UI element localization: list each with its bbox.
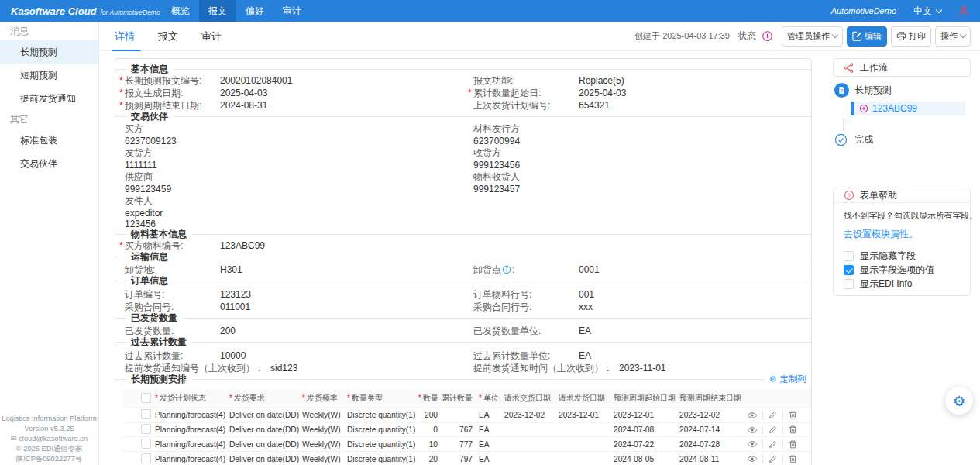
cell: 2024-07-14 bbox=[676, 425, 742, 434]
delete-icon[interactable] bbox=[788, 425, 798, 435]
checkbox[interactable] bbox=[141, 424, 151, 434]
cell: EA bbox=[476, 455, 501, 463]
cell: Discrete quantity(1) bbox=[344, 411, 418, 419]
form-help-hint: 找不到字段？勾选以显示所有字段。 bbox=[844, 210, 960, 222]
help-option-label: 显示EDI Info bbox=[860, 277, 912, 291]
sidebar-item[interactable]: 长期预测 bbox=[0, 40, 98, 64]
field-value: 2025-04-03 bbox=[220, 87, 473, 99]
sidebar-footer-line: 陕ICP备09022277号 bbox=[0, 454, 98, 464]
chevron-down-icon bbox=[936, 6, 942, 12]
section-line bbox=[192, 379, 765, 380]
required-asterisk: * bbox=[155, 394, 158, 402]
edit-icon[interactable] bbox=[768, 425, 778, 435]
chevron-down-icon bbox=[960, 32, 966, 38]
help-option: 显示EDI Info bbox=[844, 277, 960, 291]
edit-button[interactable]: 编辑 bbox=[847, 26, 887, 46]
checkbox[interactable] bbox=[844, 279, 854, 289]
settings-fab[interactable]: ⚙ bbox=[945, 387, 973, 415]
delete-icon[interactable] bbox=[788, 439, 798, 450]
delete-icon[interactable] bbox=[788, 454, 798, 464]
plus-circle-icon bbox=[859, 104, 868, 113]
checkbox[interactable] bbox=[844, 251, 854, 261]
sidebar-item[interactable]: 标准包装 bbox=[0, 129, 98, 152]
field-value: 200 bbox=[220, 325, 473, 337]
status-icon[interactable] bbox=[762, 30, 773, 42]
nav-item-1[interactable]: 概览 bbox=[162, 0, 199, 22]
sidebar-footer-line: ✉ cloud@kasoftware.cn bbox=[0, 434, 98, 444]
nav-item-3[interactable]: 偏好 bbox=[236, 0, 273, 22]
row-checkbox-cell bbox=[122, 453, 152, 465]
workflow-substep-item[interactable]: 123ABC99 bbox=[851, 102, 965, 115]
cell: Discrete quantity(1) bbox=[344, 455, 418, 463]
nav-item-2[interactable]: 报文 bbox=[199, 0, 236, 22]
edit-icon[interactable] bbox=[768, 439, 778, 450]
section-legend: 物料基本信息 bbox=[115, 229, 811, 239]
workflow-step-longterm: 长期预测 bbox=[834, 83, 971, 98]
user-icon[interactable] bbox=[958, 5, 969, 16]
cell: Planning/forecast(4) bbox=[152, 425, 226, 434]
cell: Deliver on date(DD) bbox=[226, 411, 299, 419]
checkbox[interactable] bbox=[141, 393, 151, 403]
forecast-table: *发货计划状态*发货要求*发货频率*数量类型*数量累计数量*单位请求交货日期请求… bbox=[122, 389, 811, 465]
delete-icon[interactable] bbox=[788, 410, 798, 420]
section-legend: 运输信息 bbox=[115, 252, 811, 262]
top-navbar: Kasoftware Cloud for AutomotiveDemo 概览报文… bbox=[0, 0, 980, 22]
view-icon[interactable] bbox=[747, 425, 758, 436]
customize-columns-button[interactable]: ⚙定制列 bbox=[769, 374, 811, 385]
row-checkbox-cell bbox=[122, 424, 152, 436]
partner-group: 材料发行方623700994 bbox=[473, 123, 802, 147]
detail-tabs: 详情报文审计 bbox=[115, 22, 245, 51]
partner-row: 发件人expeditor123456 bbox=[125, 195, 802, 229]
tab-3[interactable]: 审计 bbox=[201, 22, 222, 51]
tab-2[interactable]: 报文 bbox=[158, 22, 178, 51]
partner-group: 物料收货人999123457 bbox=[473, 171, 802, 195]
required-asterisk: * bbox=[302, 394, 305, 402]
admin-actions-button[interactable]: 管理员操作 bbox=[782, 26, 843, 46]
tab-1[interactable]: 详情 bbox=[115, 22, 135, 51]
svg-text:?: ? bbox=[848, 192, 851, 199]
info-icon[interactable] bbox=[502, 265, 511, 274]
column-header: *数量 bbox=[418, 393, 441, 404]
more-actions-button[interactable]: 操作 bbox=[935, 26, 971, 46]
divider bbox=[762, 454, 763, 463]
partner-value: 999123457 bbox=[473, 184, 802, 196]
column-header: 请求交货日期 bbox=[501, 393, 555, 404]
partner-value: 6237009123 bbox=[125, 136, 473, 148]
view-icon[interactable] bbox=[747, 410, 758, 421]
field-label: *长期预测报文编号: bbox=[125, 74, 220, 87]
help-option: 显示隐藏字段 bbox=[844, 249, 960, 263]
sidebar: 消息长期预测短期预测提前发货通知其它标准包装交易伙伴 Logistics Inf… bbox=[0, 22, 99, 465]
cell: Planning/forecast(4) bbox=[152, 440, 226, 449]
field-label: *买方物料编号: bbox=[125, 239, 220, 252]
section-title: 运输信息 bbox=[131, 250, 168, 264]
field-row: 提前发货通知编号（上次收到）：sid123提前发货通知时间（上次收到）：2023… bbox=[125, 362, 802, 374]
cell: Deliver on date(DD) bbox=[226, 425, 299, 434]
help-option-label: 显示字段选项的值 bbox=[860, 264, 934, 277]
sidebar-item[interactable]: 短期预测 bbox=[0, 64, 98, 87]
nav-item-4[interactable]: 审计 bbox=[273, 0, 311, 22]
sidebar-item[interactable]: 交易伙伴 bbox=[0, 152, 98, 175]
sidebar-item[interactable]: 提前发货通知 bbox=[0, 87, 98, 110]
edit-icon[interactable] bbox=[768, 454, 778, 464]
language-selector[interactable]: 中文 bbox=[913, 5, 941, 18]
section-title: 订单信息 bbox=[131, 274, 168, 288]
section-line bbox=[183, 318, 811, 319]
gear-icon: ⚙ bbox=[769, 374, 777, 384]
checkbox[interactable] bbox=[141, 409, 151, 419]
view-icon[interactable] bbox=[747, 453, 758, 464]
checkbox[interactable] bbox=[141, 439, 151, 449]
sidebar-footer: Logistics Information PlatformVersion v5… bbox=[0, 414, 98, 464]
brand-subtitle: for AutomotiveDemo bbox=[101, 9, 160, 16]
field-value: 0001 bbox=[579, 264, 802, 276]
section-rows: 已发货数量:200已发货数量单位:EA bbox=[125, 325, 802, 337]
print-button[interactable]: 打印 bbox=[891, 26, 931, 46]
row-checkbox-cell bbox=[122, 439, 152, 450]
checkbox[interactable] bbox=[844, 265, 854, 275]
view-icon[interactable] bbox=[747, 439, 758, 450]
partner-value: 999123456 bbox=[473, 160, 802, 172]
field-label: 过去累计数量单位: bbox=[473, 350, 579, 362]
module-settings-link[interactable]: 去设置模块属性。 bbox=[844, 228, 960, 241]
edit-icon[interactable] bbox=[768, 410, 778, 420]
gear-icon: ⚙ bbox=[953, 393, 965, 409]
checkbox[interactable] bbox=[141, 453, 151, 463]
